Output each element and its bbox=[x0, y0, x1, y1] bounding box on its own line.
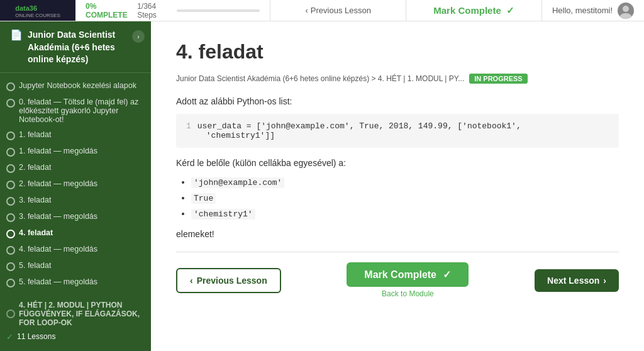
sidebar-item-dot bbox=[6, 262, 15, 271]
svg-point-1 bbox=[620, 13, 631, 19]
avatar[interactable] bbox=[618, 3, 634, 19]
lessons-count: 11 Lessons bbox=[17, 332, 55, 341]
user-section: Hello, mestitomi! bbox=[542, 3, 644, 19]
sidebar-list-item[interactable]: 5. feladat — megoldás bbox=[0, 274, 151, 291]
description-text: Adott az alábbi Python-os list: bbox=[176, 96, 619, 106]
bullet-list: 'john@example.com'True'chemistry1' bbox=[191, 177, 619, 219]
hello-text: Hello, mestitomi! bbox=[552, 6, 613, 15]
sidebar-book-icon: 📄 bbox=[10, 29, 23, 41]
logo-name: data36 bbox=[15, 4, 37, 12]
sidebar-item-label: 3. feladat — megoldás bbox=[19, 212, 97, 221]
top-bar: data36 ONLINE COURSES 0% COMPLETE 1/364 … bbox=[0, 0, 644, 21]
bullet-item: 'chemistry1' bbox=[191, 208, 619, 219]
code-line-number: 1 bbox=[186, 121, 191, 131]
code-line-1: user_data = ['john@example.com', True, 2… bbox=[197, 121, 521, 131]
next-lesson-button[interactable]: Next Lesson › bbox=[535, 269, 619, 292]
sidebar-item-label: 0. feladat — Töltsd le (majd fel) az elő… bbox=[19, 98, 142, 124]
sidebar-header: 📄 Junior Data Scientist Akadémia (6+6 he… bbox=[0, 21, 151, 73]
mark-complete-wrap: Mark Complete ✓ Back to Module bbox=[347, 262, 469, 298]
sidebar-collapse-button[interactable]: › bbox=[132, 30, 145, 43]
progress-section: 0% COMPLETE 1/364 Steps bbox=[75, 0, 270, 21]
bottom-nav: ‹ Previous Lesson Mark Complete ✓ Back t… bbox=[176, 262, 619, 298]
sidebar-list-item[interactable]: 2. feladat — megoldás bbox=[0, 176, 151, 192]
sidebar-item-dot bbox=[6, 197, 15, 206]
sidebar-item-label: 3. feladat bbox=[19, 196, 51, 204]
sidebar-list-item[interactable]: 0. feladat — Töltsd le (majd fel) az elő… bbox=[0, 94, 151, 127]
prev-lesson-label: Previous Lesson bbox=[311, 6, 371, 15]
sidebar-list-item[interactable]: 3. feladat bbox=[0, 192, 151, 209]
sidebar-item-label: 4. feladat bbox=[19, 228, 53, 237]
bullet-item: True bbox=[191, 192, 619, 203]
sidebar-item-dot bbox=[6, 279, 15, 287]
sidebar-course-title: Junior Data Scientist Akadémia (6+6 hete… bbox=[28, 29, 141, 66]
sidebar-item-label: Jupyter Notebook kezelési alapok bbox=[19, 81, 136, 90]
code-line-2: 'chemistry1']] bbox=[201, 131, 275, 140]
prev-btn-label: Previous Lesson bbox=[197, 276, 267, 286]
code-block: 1user_data = ['john@example.com', True, … bbox=[176, 114, 619, 148]
bullet-item: 'john@example.com' bbox=[191, 177, 619, 187]
sidebar-list-item[interactable]: Jupyter Notebook kezelési alapok bbox=[0, 78, 151, 94]
sidebar-item-dot bbox=[6, 99, 15, 108]
sidebar-item-dot bbox=[6, 230, 15, 238]
progress-steps: 1/364 Steps bbox=[137, 2, 170, 20]
sidebar-item-dot bbox=[6, 213, 15, 222]
sidebar-item-dot bbox=[6, 164, 15, 173]
chevron-right-icon: › bbox=[603, 276, 606, 286]
sidebar-list-item[interactable]: 4. feladat — megoldás bbox=[0, 242, 151, 258]
chevron-left-icon: ‹ bbox=[306, 6, 308, 15]
sidebar-section-label: 4. HÉT | 2. MODUL | PYTHON FÜGGVÉNYEK, I… bbox=[19, 301, 142, 327]
sidebar-item-label: 1. feladat — megoldás bbox=[19, 147, 97, 155]
sidebar-item-label: 2. feladat bbox=[19, 163, 51, 172]
check-icon-btn: ✓ bbox=[443, 269, 451, 280]
progress-percent: 0% COMPLETE bbox=[86, 2, 131, 20]
prev-lesson-button[interactable]: ‹ Previous Lesson bbox=[176, 268, 281, 293]
mark-complete-top[interactable]: Mark Complete ✓ bbox=[406, 0, 542, 21]
page-title: 4. feladat bbox=[176, 40, 619, 64]
sidebar-items: Jupyter Notebook kezelési alapok0. felad… bbox=[0, 73, 151, 296]
logo: data36 ONLINE COURSES bbox=[0, 0, 75, 21]
mark-complete-line: Mark Complete ✓ bbox=[364, 269, 451, 281]
mark-complete-label: Mark Complete bbox=[364, 269, 436, 280]
sidebar-list-item[interactable]: 1. feladat bbox=[0, 127, 151, 143]
chevron-left-icon: ‹ bbox=[190, 276, 193, 286]
sidebar-list-item[interactable]: 2. feladat bbox=[0, 160, 151, 176]
progress-bar bbox=[177, 9, 260, 12]
back-to-module-link[interactable]: Back to Module bbox=[382, 289, 434, 298]
status-badge: IN PROGRESS bbox=[469, 74, 527, 84]
sidebar-item-dot bbox=[6, 131, 15, 140]
question-text: Kérd le belőle (külön cellákba egyesével… bbox=[176, 158, 619, 168]
check-icon: ✓ bbox=[6, 332, 13, 342]
mark-complete-button[interactable]: Mark Complete ✓ bbox=[347, 262, 469, 287]
sidebar-list-item[interactable]: 3. feladat — megoldás bbox=[0, 209, 151, 225]
sidebar-item-dot bbox=[6, 148, 15, 157]
sidebar-item-dot bbox=[6, 246, 15, 255]
divider bbox=[176, 252, 619, 252]
breadcrumb: Junior Data Scientist Akadémia (6+6 hete… bbox=[176, 74, 464, 83]
section-dot bbox=[6, 309, 15, 318]
sidebar-item-dot bbox=[6, 82, 15, 91]
sidebar-item-label: 4. feladat — megoldás bbox=[19, 245, 97, 254]
mark-complete-top-label: Mark Complete bbox=[433, 5, 501, 16]
prev-lesson-nav[interactable]: ‹ Previous Lesson bbox=[270, 0, 406, 21]
svg-point-0 bbox=[623, 6, 629, 12]
sidebar-section-item[interactable]: 4. HÉT | 2. MODUL | PYTHON FÜGGVÉNYEK, I… bbox=[0, 296, 151, 330]
logo-sub: ONLINE COURSES bbox=[15, 13, 60, 18]
sidebar-item-label: 1. feladat bbox=[19, 130, 51, 139]
sidebar-list-item[interactable]: 1. feladat — megoldás bbox=[0, 143, 151, 160]
main-layout: 📄 Junior Data Scientist Akadémia (6+6 he… bbox=[0, 21, 644, 351]
sidebar-item-label: 5. feladat bbox=[19, 261, 51, 270]
lessons-badge: ✓ 11 Lessons bbox=[0, 330, 151, 344]
sidebar-list-item[interactable]: 5. feladat bbox=[0, 258, 151, 274]
breadcrumb-bar: Junior Data Scientist Akadémia (6+6 hete… bbox=[176, 74, 619, 84]
sidebar-item-label: 2. feladat — megoldás bbox=[19, 179, 97, 188]
content-area: 4. feladat Junior Data Scientist Akadémi… bbox=[151, 21, 644, 351]
sidebar-item-label: 5. feladat — megoldás bbox=[19, 277, 97, 286]
sidebar: 📄 Junior Data Scientist Akadémia (6+6 he… bbox=[0, 21, 151, 351]
sidebar-item-dot bbox=[6, 181, 15, 189]
check-icon-top: ✓ bbox=[506, 5, 514, 16]
end-text: elemeket! bbox=[176, 229, 619, 239]
next-btn-label: Next Lesson bbox=[547, 276, 599, 286]
sidebar-list-item[interactable]: 4. feladat bbox=[0, 225, 151, 242]
prev-lesson-button-top[interactable]: ‹ Previous Lesson bbox=[306, 6, 371, 15]
